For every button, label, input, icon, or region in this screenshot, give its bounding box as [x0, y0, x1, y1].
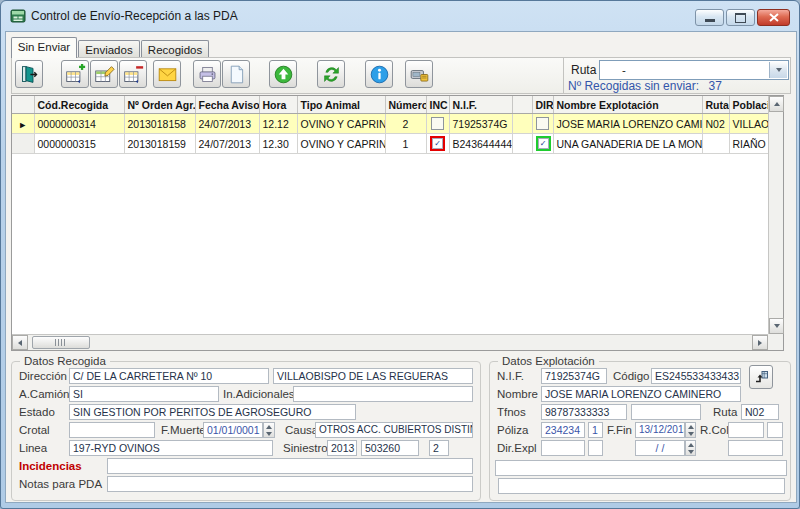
header-poblacion[interactable]: Población: [729, 96, 770, 114]
ruta-combobox[interactable]: -: [599, 60, 789, 80]
fmuerte-spinner[interactable]: [263, 422, 275, 438]
vertical-scrollbar[interactable]: [768, 96, 783, 334]
direccion-localidad-field[interactable]: VILLAOBISPO DE LAS REGUERAS: [273, 368, 473, 384]
refresh-button[interactable]: [317, 60, 345, 88]
header-nif[interactable]: N.I.F.: [449, 96, 512, 114]
cell-poblacion: RIAÑO: [729, 134, 770, 154]
expl-nombre-field[interactable]: JOSE MARIA LORENZO CAMINERO: [541, 386, 741, 402]
inc-checkbox[interactable]: [431, 117, 444, 130]
chevron-down-icon[interactable]: [769, 62, 787, 78]
spinner-up-icon[interactable]: [264, 423, 274, 430]
row-selector[interactable]: [12, 134, 34, 154]
scroll-down-icon[interactable]: [769, 318, 784, 334]
send-pda-button[interactable]: [405, 60, 433, 88]
fmuerte-field[interactable]: 01/01/0001: [203, 422, 263, 438]
cell-nif: 71925374G: [449, 114, 512, 134]
cell-cod: 0000000314: [34, 114, 124, 134]
in-adicionales-field[interactable]: [293, 386, 473, 402]
tfnos2-field[interactable]: [631, 404, 701, 420]
maximize-button[interactable]: [726, 9, 755, 26]
tfnos1-field[interactable]: 98787333333: [541, 404, 627, 420]
siniestro-numero-field[interactable]: 503260: [361, 440, 419, 456]
hscroll-thumb[interactable]: [32, 336, 90, 349]
ffin-spinner[interactable]: [685, 422, 696, 438]
header-nombre-explotacion[interactable]: Nombre Explotación: [553, 96, 702, 114]
codigo-field[interactable]: ES245533433433: [651, 368, 741, 384]
delete-record-button[interactable]: [119, 60, 147, 88]
expl-ruta-field[interactable]: N02: [741, 404, 779, 420]
header-hora[interactable]: Hora: [259, 96, 297, 114]
header-cod-recogida[interactable]: Cód.Recogida: [34, 96, 124, 114]
rcol-field[interactable]: [728, 422, 764, 438]
poliza1-field[interactable]: 234234: [541, 422, 585, 438]
header-ruta[interactable]: Ruta: [702, 96, 729, 114]
explotacion-extra1-field[interactable]: [495, 460, 787, 476]
siniestro-ano-field[interactable]: 2013: [327, 440, 357, 456]
spinner-up-icon[interactable]: [686, 441, 695, 448]
direccion-calle-field[interactable]: C/ DE LA CARRETERA Nº 10: [69, 368, 269, 384]
acamion-field[interactable]: SI: [69, 386, 219, 402]
print-button[interactable]: [193, 60, 221, 88]
fecha-vacia-spinner[interactable]: [685, 440, 696, 456]
close-button[interactable]: [757, 9, 790, 26]
scroll-left-icon[interactable]: [12, 335, 28, 350]
expl-nif-field[interactable]: 71925374G: [541, 368, 607, 384]
in-adicionales-label: In.Adicionales: [223, 388, 295, 400]
header-inc[interactable]: INC: [426, 96, 449, 114]
new-document-button[interactable]: [222, 60, 250, 88]
scroll-up-icon[interactable]: [769, 96, 784, 112]
row-selector[interactable]: ►: [12, 114, 34, 134]
mail-button[interactable]: [153, 60, 181, 88]
crotal-field[interactable]: [69, 422, 155, 438]
horizontal-scrollbar[interactable]: [12, 334, 768, 350]
spinner-up-icon[interactable]: [686, 423, 695, 430]
estado-field[interactable]: SIN GESTION POR PERITOS DE AGROSEGURO: [69, 404, 356, 420]
edit-record-button[interactable]: [90, 60, 118, 88]
siniestro-label: Siniestro: [283, 442, 328, 454]
tab-label: Recogidos: [148, 44, 202, 56]
tab-enviados[interactable]: Enviados: [78, 40, 140, 58]
siniestro-digito-field[interactable]: 2: [429, 440, 449, 456]
exit-button[interactable]: [15, 60, 43, 88]
spinner-down-icon[interactable]: [686, 430, 695, 437]
causa-field[interactable]: OTROS ACC. CUBIERTOS DISTINTOS DE: [315, 422, 473, 438]
header-tipo-animal[interactable]: Tipo Animal: [297, 96, 385, 114]
header-dir[interactable]: DIR: [532, 96, 553, 114]
dir-checkbox[interactable]: [536, 117, 549, 130]
direxpl3-field[interactable]: [728, 440, 783, 456]
header-fecha-aviso[interactable]: Fecha Aviso: [195, 96, 259, 114]
direxpl2-field[interactable]: [588, 440, 603, 456]
datos-explotacion-legend: Datos Explotación: [498, 355, 599, 367]
titlebar[interactable]: Control de Envío-Recepción a las PDA: [1, 1, 799, 31]
grid-row-2[interactable]: 0000000315 2013018159 24/07/2013 12.30 O…: [12, 134, 770, 154]
linea-field[interactable]: 197-RYD OVINOS: [69, 440, 273, 456]
minimize-button[interactable]: [695, 9, 724, 26]
ffin-field[interactable]: 13/12/2015: [635, 422, 685, 438]
spinner-down-icon[interactable]: [264, 430, 274, 437]
new-document-icon: [226, 64, 247, 85]
dir-checkbox[interactable]: [536, 136, 551, 151]
tab-sin-enviar[interactable]: Sin Enviar: [11, 37, 77, 58]
inc-checkbox[interactable]: [430, 136, 445, 151]
spinner-down-icon[interactable]: [686, 448, 695, 455]
info-button[interactable]: [365, 60, 393, 88]
header-blank: [512, 96, 532, 114]
rcol2-field[interactable]: [767, 422, 783, 438]
header-numero[interactable]: Número: [385, 96, 426, 114]
add-record-button[interactable]: [61, 60, 89, 88]
poliza2-field[interactable]: 1: [588, 422, 603, 438]
upload-button[interactable]: [269, 60, 297, 88]
incidencias-field[interactable]: [107, 458, 473, 474]
goto-explotacion-button[interactable]: [749, 365, 773, 389]
pending-status-count: 37: [708, 79, 721, 93]
cell-orden: 2013018159: [124, 134, 195, 154]
scroll-right-icon[interactable]: [752, 335, 768, 350]
tab-recogidos[interactable]: Recogidos: [141, 40, 209, 58]
grid-row-1[interactable]: ► 0000000314 2013018158 24/07/2013 12.12…: [12, 114, 770, 134]
notas-pda-field[interactable]: [107, 476, 473, 492]
fecha-vacia-field[interactable]: / /: [635, 440, 685, 456]
explotacion-extra2-field[interactable]: [498, 478, 785, 494]
direxpl1-field[interactable]: [541, 440, 585, 456]
header-orden-agr[interactable]: Nº Orden Agr.: [124, 96, 195, 114]
fmuerte-label: F.Muerte: [161, 424, 206, 436]
